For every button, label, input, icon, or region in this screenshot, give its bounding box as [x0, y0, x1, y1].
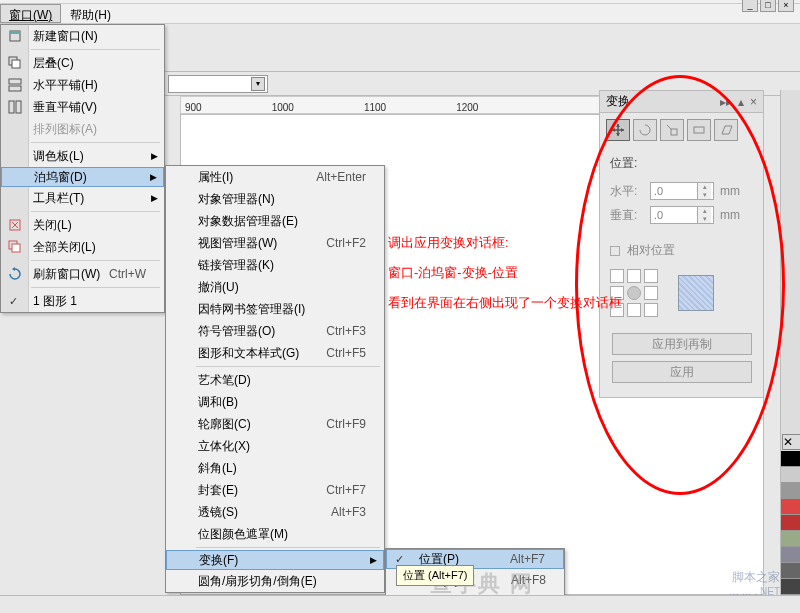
transform-tabs [600, 113, 763, 147]
color-swatch[interactable] [781, 531, 800, 547]
chevron-right-icon: ▶ [370, 555, 377, 565]
close-all-item[interactable]: 全部关闭(L) [1, 236, 164, 258]
color-swatch[interactable] [781, 483, 800, 499]
svg-rect-6 [9, 101, 14, 113]
check-icon: ✓ [9, 295, 18, 308]
relative-checkbox[interactable] [610, 246, 620, 256]
color-swatch[interactable] [781, 579, 800, 595]
transform-docker: 变换 ▸▸ ▴ × 位置: 水平: ▴▾ mm 垂直: ▴▾ mm 相对位置 [599, 90, 764, 398]
view-manager-item[interactable]: 视图管理器(W)Ctrl+F2 [166, 232, 384, 254]
unit-label: mm [720, 208, 740, 222]
chevron-right-icon: ▶ [151, 151, 158, 161]
color-swatch[interactable] [781, 467, 800, 483]
ruler-tick: 1100 [364, 102, 386, 113]
link-manager-item[interactable]: 链接管理器(K) [166, 254, 384, 276]
new-window-item[interactable]: 新建窗口(N) [1, 25, 164, 47]
palettes-item[interactable]: 调色板(L)▶ [1, 145, 164, 167]
color-swatch[interactable] [781, 563, 800, 579]
svg-rect-12 [694, 127, 704, 133]
svg-rect-10 [12, 244, 20, 252]
artistic-media-item[interactable]: 艺术笔(D) [166, 369, 384, 391]
horizontal-input[interactable]: ▴▾ [650, 182, 714, 200]
blend-item[interactable]: 调和(B) [166, 391, 384, 413]
vertical-input[interactable]: ▴▾ [650, 206, 714, 224]
scale-tab[interactable] [660, 119, 684, 141]
spin-up-icon[interactable]: ▴ [698, 183, 711, 191]
ruler-tick: 1000 [272, 102, 294, 113]
collapse-icon[interactable]: ▸▸ [720, 95, 732, 109]
chevron-right-icon: ▶ [150, 172, 157, 182]
close-item[interactable]: 关闭(L) [1, 214, 164, 236]
color-swatch[interactable] [781, 451, 800, 467]
tile-vertical-item[interactable]: 垂直平铺(V) [1, 96, 164, 118]
title-bar: _ □ × [0, 0, 800, 4]
tile-h-icon [7, 77, 23, 93]
styles-item[interactable]: 图形和文本样式(G)Ctrl+F5 [166, 342, 384, 364]
position-tooltip: 位置 (Alt+F7) [396, 565, 474, 586]
color-swatch[interactable] [781, 547, 800, 563]
bookmark-manager-item[interactable]: 因特网书签管理器(I) [166, 298, 384, 320]
tile-horizontal-item[interactable]: 水平平铺(H) [1, 74, 164, 96]
ruler-tick: 900 [185, 102, 202, 113]
object-data-manager-item[interactable]: 对象数据管理器(E) [166, 210, 384, 232]
undo-docker-item[interactable]: 撤消(U) [166, 276, 384, 298]
spin-up-icon[interactable]: ▴ [698, 207, 711, 215]
spin-down-icon[interactable]: ▾ [698, 191, 711, 199]
close-button[interactable]: × [778, 0, 794, 12]
check-icon: ✓ [395, 553, 404, 566]
cascade-icon [7, 55, 23, 71]
color-swatch[interactable] [781, 515, 800, 531]
size-tab[interactable] [687, 119, 711, 141]
properties-item[interactable]: 属性(I)Alt+Enter [166, 166, 384, 188]
relative-label: 相对位置 [627, 243, 675, 257]
svg-rect-7 [16, 101, 21, 113]
docker-title: 变换 [606, 93, 630, 110]
horizontal-label: 水平: [610, 183, 644, 200]
position-tab[interactable] [606, 119, 630, 141]
close-doc-icon [7, 217, 23, 233]
chevron-right-icon: ▶ [151, 193, 158, 203]
unit-label: mm [720, 184, 740, 198]
skew-tab[interactable] [714, 119, 738, 141]
rotate-tab[interactable] [633, 119, 657, 141]
object-manager-item[interactable]: 对象管理器(N) [166, 188, 384, 210]
transform-item[interactable]: 变换(F)▶ [166, 550, 384, 570]
color-swatch[interactable] [781, 499, 800, 515]
x-coord-field[interactable]: ▾ [168, 75, 268, 93]
refresh-item[interactable]: 刷新窗口(W)Ctrl+W [1, 263, 164, 285]
dockers-item[interactable]: 泊坞窗(D)▶ [1, 167, 164, 187]
svg-rect-11 [671, 129, 677, 135]
docker-header[interactable]: 变换 ▸▸ ▴ × [600, 91, 763, 113]
menu-help[interactable]: 帮助(H) [61, 4, 120, 23]
toolbars-item[interactable]: 工具栏(T)▶ [1, 187, 164, 209]
bevel-item[interactable]: 斜角(L) [166, 457, 384, 479]
svg-rect-1 [10, 31, 20, 34]
apply-to-duplicate-button[interactable]: 应用到再制 [612, 333, 752, 355]
symbol-manager-item[interactable]: 符号管理器(O)Ctrl+F3 [166, 320, 384, 342]
close-docker-icon[interactable]: × [750, 95, 757, 109]
menu-window[interactable]: 窗口(W) [0, 4, 61, 23]
fillet-item[interactable]: 圆角/扇形切角/倒角(E) [166, 570, 384, 592]
minimize-button[interactable]: _ [742, 0, 758, 12]
svg-rect-4 [9, 79, 21, 84]
maximize-button[interactable]: □ [760, 0, 776, 12]
cascade-item[interactable]: 层叠(C) [1, 52, 164, 74]
window-controls: _ □ × [742, 0, 794, 12]
lens-item[interactable]: 透镜(S)Alt+F3 [166, 501, 384, 523]
color-palette[interactable]: ✕ [780, 90, 800, 595]
contour-item[interactable]: 轮廓图(C)Ctrl+F9 [166, 413, 384, 435]
apply-button[interactable]: 应用 [612, 361, 752, 383]
envelope-item[interactable]: 封套(E)Ctrl+F7 [166, 479, 384, 501]
svg-rect-5 [9, 86, 21, 91]
expand-icon[interactable]: ▴ [738, 95, 744, 109]
dockers-submenu: 属性(I)Alt+Enter 对象管理器(N) 对象数据管理器(E) 视图管理器… [165, 165, 385, 593]
refresh-icon [7, 266, 23, 282]
bitmap-mask-item[interactable]: 位图颜色遮罩(M) [166, 523, 384, 545]
no-fill-swatch[interactable]: ✕ [782, 434, 800, 450]
spin-down-icon[interactable]: ▾ [698, 215, 711, 223]
section-label: 位置: [610, 155, 753, 172]
watermark: 脚本之家 … … . NET [729, 569, 780, 597]
graphic-1-item[interactable]: ✓1 图形 1 [1, 290, 164, 312]
extrude-item[interactable]: 立体化(X) [166, 435, 384, 457]
arrange-icons-item: 排列图标(A) [1, 118, 164, 140]
